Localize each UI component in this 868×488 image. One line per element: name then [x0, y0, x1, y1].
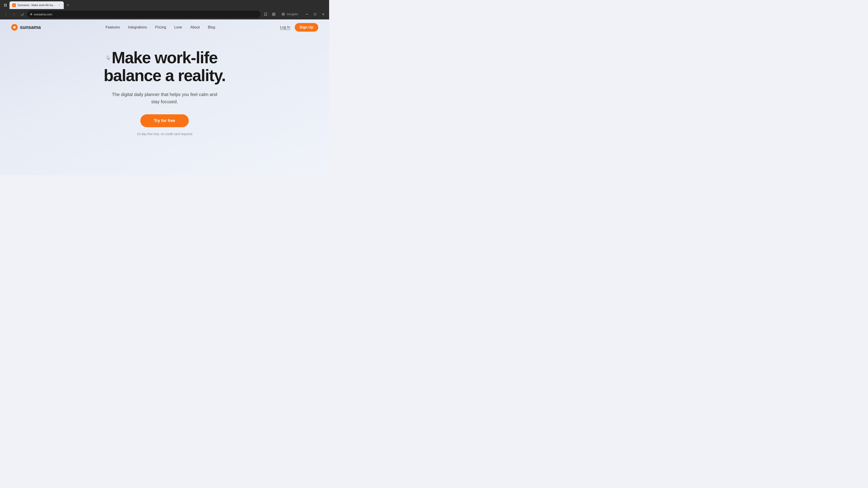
- logo-icon: [11, 24, 18, 31]
- nav-links: Features Integrations Pricing Love About…: [105, 25, 215, 29]
- svg-rect-2: [272, 13, 274, 14]
- browser-chrome: Sunsama - Make work-life bala... × +: [0, 0, 329, 20]
- hero-title: Make work-life balance a reality.: [4, 49, 324, 85]
- address-text: sunsama.com: [34, 13, 258, 16]
- new-tab-button[interactable]: +: [65, 2, 71, 8]
- extensions-button[interactable]: [271, 11, 277, 18]
- trial-note: 14-day free trial, no credit card requir…: [137, 132, 192, 136]
- address-bar: sunsama.com Incognito: [0, 9, 329, 20]
- address-field[interactable]: sunsama.com: [27, 11, 260, 18]
- site-navigation: sunsama Features Integrations Pricing Lo…: [0, 20, 329, 35]
- tab-favicon: [12, 3, 16, 7]
- close-window-button[interactable]: [320, 11, 327, 18]
- nav-link-love[interactable]: Love: [174, 25, 182, 29]
- nav-link-features[interactable]: Features: [105, 25, 120, 29]
- tab-bar: Sunsama - Make work-life bala... × +: [0, 0, 329, 9]
- try-for-free-button[interactable]: Try for free: [141, 114, 189, 127]
- site-logo[interactable]: sunsama: [11, 24, 41, 31]
- hero-subtitle: The digital daily planner that helps you…: [4, 91, 324, 105]
- incognito-label: Incognito: [287, 13, 298, 16]
- nav-link-blog[interactable]: Blog: [208, 25, 215, 29]
- bookmark-button[interactable]: [262, 11, 269, 18]
- refresh-button[interactable]: [19, 11, 25, 18]
- hero-subtitle-line1: The digital daily planner that helps you…: [112, 92, 217, 97]
- website-content: sunsama Features Integrations Pricing Lo…: [0, 20, 329, 175]
- nav-actions: Log In Sign Up: [280, 23, 318, 32]
- hero-title-line1: Make work-life: [112, 48, 217, 67]
- svg-rect-5: [274, 14, 275, 15]
- back-button[interactable]: [3, 11, 9, 18]
- tab-close-button[interactable]: ×: [57, 3, 61, 7]
- nav-link-pricing[interactable]: Pricing: [155, 25, 166, 29]
- incognito-badge[interactable]: Incognito: [279, 11, 300, 18]
- hero-cta-wrapper: Try for free 14-day free trial, no credi…: [4, 114, 324, 136]
- nav-link-about[interactable]: About: [190, 25, 200, 29]
- tab-switcher-button[interactable]: [2, 2, 8, 8]
- svg-rect-6: [306, 14, 308, 14]
- signup-button[interactable]: Sign Up: [295, 23, 318, 32]
- svg-rect-3: [274, 13, 275, 14]
- tab-title: Sunsama - Make work-life bala...: [18, 4, 56, 7]
- hero-subtitle-line2: stay focused.: [151, 99, 178, 104]
- svg-rect-1: [30, 14, 32, 15]
- hero-title-line2: balance a reality.: [104, 66, 225, 85]
- nav-link-integrations[interactable]: Integrations: [128, 25, 147, 29]
- svg-rect-7: [314, 13, 316, 15]
- login-button[interactable]: Log In: [280, 25, 290, 29]
- window-controls: [304, 11, 327, 18]
- minimize-button[interactable]: [304, 11, 310, 18]
- active-tab[interactable]: Sunsama - Make work-life bala... ×: [9, 1, 64, 9]
- hero-section: Make work-life balance a reality. The di…: [0, 35, 329, 140]
- maximize-button[interactable]: [312, 11, 318, 18]
- forward-button[interactable]: [11, 11, 17, 18]
- logo-text: sunsama: [20, 24, 41, 30]
- security-icon: [30, 13, 33, 16]
- svg-rect-4: [272, 14, 274, 15]
